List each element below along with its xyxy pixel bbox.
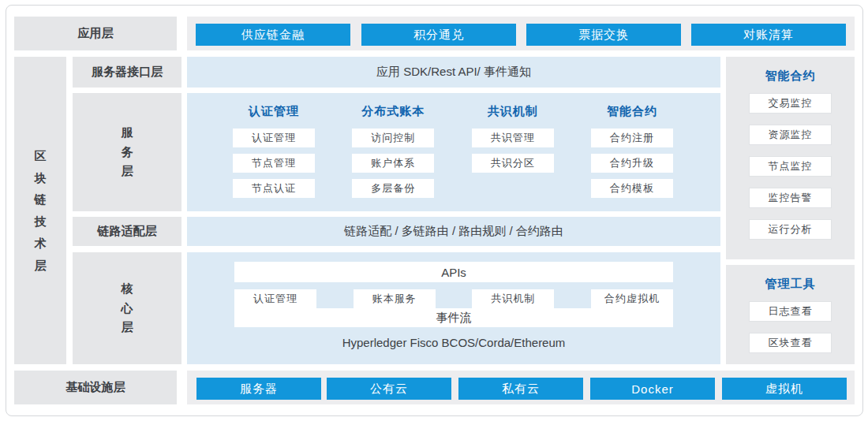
service-col-header: 分布式账本 [352, 104, 434, 119]
chip-points-exchange: 积分通兑 [361, 24, 516, 46]
service-col-smart-contract: 智能合约 合约注册 合约升级 合约模板 [591, 104, 673, 204]
panel-box-log-view: 日志查看 [749, 301, 832, 322]
service-col-auth-management: 认证管理 认证管理 节点管理 节点认证 [233, 104, 315, 204]
chip-bill-exchange: 票据交换 [526, 24, 681, 46]
svc-box-auth-1: 节点管理 [233, 154, 315, 173]
panel-box-operation-analysis: 运行分析 [749, 219, 832, 240]
apis-bar: APIs [234, 262, 673, 282]
core-layer-label-box: 核心层 [73, 252, 181, 364]
service-col-consensus: 共识机制 共识管理 共识分区 [472, 104, 554, 204]
service-layer-label-box: 服务层 [73, 93, 181, 211]
architecture-diagram: 应用层 供应链金融 积分通兑 票据交换 对账清算 区块链技术层 服务器接口层 应… [0, 0, 868, 421]
core-box-auth: 认证管理 [234, 289, 316, 308]
chip-private-cloud: 私有云 [458, 378, 583, 400]
service-col-header: 共识机制 [472, 104, 554, 119]
chip-server: 服务器 [196, 378, 321, 400]
chip-virtual-machine: 虚拟机 [722, 378, 847, 400]
service-layer-label: 服务层 [121, 123, 134, 181]
link-layer-label: 链路适配层 [73, 217, 181, 246]
monitor-panel-inner: 智能合约 交易监控 资源监控 节点监控 监控告警 运行分析 [726, 57, 855, 240]
svc-box-contract-2: 合约模板 [591, 179, 673, 198]
core-layer-content: APIs 认证管理 账本服务 共识机制 合约虚拟机 事件流 Hyperledge… [187, 252, 720, 364]
tools-panel-inner: 管理工具 日志查看 区块查看 [726, 265, 855, 353]
interface-layer-label: 服务器接口层 [73, 57, 181, 88]
panel-box-block-view: 区块查看 [749, 333, 832, 353]
service-layer-columns: 认证管理 认证管理 节点管理 节点认证 分布式账本 访问控制 账户体系 多层备份… [187, 93, 720, 204]
svc-box-auth-2: 节点认证 [233, 179, 315, 198]
tools-panel-header: 管理工具 [765, 277, 816, 292]
chip-public-cloud: 公有云 [327, 378, 451, 400]
panel-box-transaction-monitor: 交易监控 [749, 93, 832, 114]
svc-box-consensus-1: 共识分区 [472, 154, 554, 173]
monitor-panel-header: 智能合约 [765, 69, 816, 84]
service-layer-content: 认证管理 认证管理 节点管理 节点认证 分布式账本 访问控制 账户体系 多层备份… [187, 93, 720, 211]
tools-panel: 管理工具 日志查看 区块查看 [726, 265, 855, 364]
panel-box-monitor-alert: 监控告警 [749, 188, 832, 208]
svc-box-auth-0: 认证管理 [233, 129, 315, 147]
event-stream-bar: 事件流 [234, 308, 673, 327]
svc-box-ledger-2: 多层备份 [352, 179, 434, 198]
interface-layer-content: 应用 SDK/Rest API/ 事件通知 [187, 57, 720, 88]
core-layer-inner: APIs 认证管理 账本服务 共识机制 合约虚拟机 事件流 Hyperledge… [234, 262, 673, 349]
monitor-panel: 智能合约 交易监控 资源监控 节点监控 监控告警 运行分析 [726, 57, 855, 259]
svc-box-ledger-1: 账户体系 [352, 154, 434, 173]
service-col-header: 认证管理 [233, 104, 315, 119]
chip-docker: Docker [590, 378, 715, 400]
infra-layer-label: 基础设施层 [14, 371, 177, 404]
service-col-header: 智能合约 [591, 104, 673, 119]
platforms-text: Hyperledger Fisco BCOS/Corda/Ethereum [234, 336, 673, 349]
blockchain-tech-layer-bar: 区块链技术层 [14, 57, 66, 364]
core-layer-label: 核心层 [121, 279, 134, 337]
core-box-ledger-service: 账本服务 [354, 289, 436, 308]
panel-box-resource-monitor: 资源监控 [749, 125, 832, 145]
panel-box-node-monitor: 节点监控 [749, 156, 832, 177]
chip-supply-chain-finance: 供应链金融 [196, 24, 350, 46]
core-box-consensus: 共识机制 [472, 289, 554, 308]
svc-box-ledger-0: 访问控制 [352, 129, 434, 147]
svc-box-contract-1: 合约升级 [591, 154, 673, 173]
blockchain-tech-layer-label: 区块链技术层 [34, 145, 47, 277]
core-modules-row: 认证管理 账本服务 共识机制 合约虚拟机 [234, 289, 673, 308]
core-box-contract-vm: 合约虚拟机 [591, 289, 673, 308]
svc-box-contract-0: 合约注册 [591, 129, 673, 147]
service-col-distributed-ledger: 分布式账本 访问控制 账户体系 多层备份 [352, 104, 434, 204]
svc-box-consensus-0: 共识管理 [472, 129, 554, 147]
chip-reconciliation-clearing: 对账清算 [691, 24, 846, 46]
link-layer-content: 链路适配 / 多链路由 / 路由规则 / 合约路由 [187, 217, 720, 246]
app-layer-label: 应用层 [14, 17, 177, 50]
